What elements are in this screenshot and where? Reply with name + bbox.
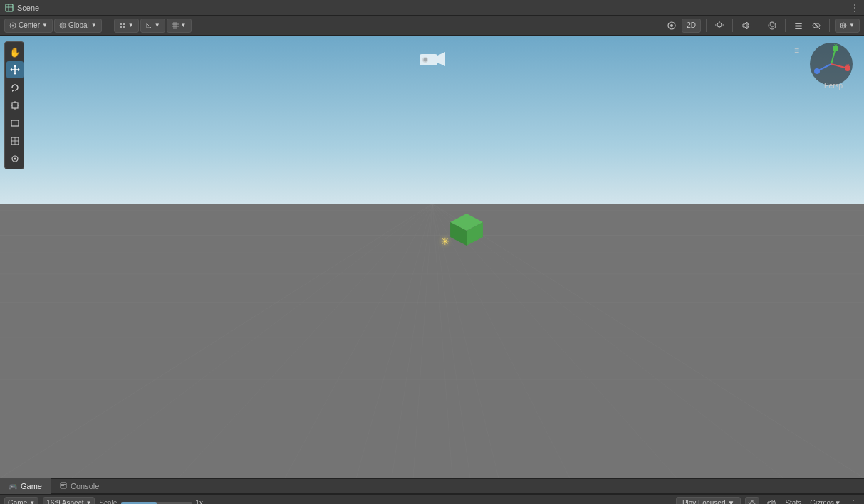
sep6 [829, 19, 830, 32]
game-mode-label: Game [8, 499, 27, 504]
svg-rect-11 [123, 26, 125, 28]
game-mode-arrow: ▼ [29, 500, 35, 504]
aspect-ratio-dropdown[interactable]: 16:9 Aspect ▼ [43, 497, 95, 505]
svg-marker-78 [437, 52, 445, 66]
view-options-btn[interactable]: ▼ [835, 19, 860, 33]
scale-slider-group: 1x [121, 499, 203, 504]
svg-marker-63 [10, 68, 12, 71]
snap-arrow: ▼ [128, 22, 134, 28]
svg-rect-0 [6, 4, 13, 11]
snap-group: ▼ ▼ ▼ [114, 19, 192, 33]
sep3 [732, 19, 733, 32]
game-tab[interactable]: 🎮 Game [0, 478, 51, 494]
2d-btn[interactable]: 2D [682, 19, 701, 33]
svg-point-76 [14, 158, 16, 160]
pivot-label: Center [19, 21, 40, 29]
play-focused-btn[interactable]: Play Focused ▼ [676, 497, 741, 505]
svg-point-24 [769, 22, 776, 29]
bottom-kebab-btn[interactable]: ⋮ [847, 497, 860, 505]
audio-btn[interactable] [738, 19, 754, 33]
scene-menu-icon[interactable]: ≡ [794, 46, 800, 56]
2d-label: 2D [687, 21, 696, 29]
global-label: Global [68, 21, 89, 29]
game-object-cube[interactable] [447, 210, 486, 251]
svg-point-17 [670, 24, 673, 27]
svg-line-100 [754, 503, 756, 504]
pivot-arrow: ▼ [42, 22, 48, 28]
gizmo-perspective-label: Persp [808, 82, 858, 90]
scene-viewport[interactable]: ✋ ≡ [0, 36, 864, 478]
svg-rect-10 [120, 26, 122, 28]
svg-marker-104 [768, 500, 772, 505]
svg-rect-9 [123, 23, 125, 25]
svg-rect-77 [420, 54, 437, 65]
scene-tab-icon [4, 3, 14, 13]
title-bar-menu-icon[interactable]: ⋮ [850, 2, 860, 14]
move-tool-btn[interactable] [6, 61, 24, 78]
svg-point-97 [750, 501, 754, 504]
light-toggle-btn[interactable] [712, 19, 727, 33]
svg-marker-65 [12, 90, 14, 92]
svg-line-99 [748, 503, 750, 504]
tools-panel: ✋ [4, 41, 24, 169]
scale-value-display: 1x [195, 499, 203, 504]
svg-rect-94 [61, 483, 66, 488]
layer-btn[interactable] [791, 19, 806, 33]
bottom-right-controls: Stats Gizmos ▼ ⋮ [764, 497, 860, 505]
view-opts-arrow: ▼ [849, 22, 855, 28]
svg-rect-34 [0, 204, 864, 478]
fx-btn[interactable] [764, 19, 780, 33]
scene-toolbar: Center ▼ Global ▼ ▼ ▼ ▼ 2D [0, 16, 864, 36]
pivot-center-btn[interactable]: Center ▼ [4, 19, 53, 33]
scale-fill [121, 502, 157, 505]
gizmos-arrow: ▼ [834, 499, 841, 504]
sep5 [785, 19, 786, 32]
game-tab-icon: 🎮 [9, 483, 17, 490]
svg-text:Y: Y [834, 43, 838, 48]
toolbar-right: 2D ▼ [664, 19, 860, 33]
svg-rect-25 [795, 23, 802, 24]
console-tab-label: Console [71, 482, 99, 490]
bottom-kebab-icon: ⋮ [850, 499, 857, 504]
visibility-btn[interactable] [808, 19, 824, 33]
snap-angle-btn[interactable]: ▼ [140, 19, 165, 33]
gizmos-btn[interactable]: Gizmos ▼ [807, 497, 844, 505]
mute-btn[interactable] [764, 497, 779, 505]
svg-rect-71 [11, 120, 19, 126]
svg-point-80 [423, 58, 427, 62]
svg-text:X: X [846, 63, 850, 68]
persp-btn[interactable] [664, 19, 680, 33]
directional-light-icon[interactable]: ✳ [441, 236, 449, 247]
game-tab-label: Game [21, 482, 42, 490]
svg-point-18 [717, 23, 722, 27]
svg-rect-8 [120, 23, 122, 25]
scale-track[interactable] [121, 502, 192, 505]
bottom-tab-bar: 🎮 Game Console [0, 478, 864, 494]
aspect-ratio-label: 16:9 Aspect [46, 499, 83, 504]
sep4 [759, 19, 759, 32]
grid-snap-btn[interactable]: ▼ [167, 19, 192, 33]
transform-tool-btn[interactable] [6, 132, 24, 149]
svg-text:Z: Z [815, 67, 818, 72]
bug-report-btn[interactable] [745, 497, 759, 505]
scene-title: Scene [17, 4, 39, 12]
svg-point-4 [12, 24, 14, 26]
global-local-btn[interactable]: Global ▼ [54, 19, 102, 33]
custom-tool-btn[interactable] [6, 150, 24, 167]
hand-tool-btn[interactable]: ✋ [6, 43, 24, 61]
stats-btn[interactable]: Stats [782, 497, 804, 505]
game-mode-dropdown[interactable]: Game ▼ [4, 497, 38, 505]
svg-marker-61 [14, 65, 16, 67]
ground-grid [0, 204, 864, 478]
stats-label: Stats [785, 499, 801, 504]
svg-marker-64 [18, 68, 20, 71]
snap-btn[interactable]: ▼ [114, 19, 139, 33]
scene-background [0, 36, 864, 478]
rotate-tool-btn[interactable] [6, 79, 24, 96]
snap-angle-arrow: ▼ [155, 22, 160, 28]
play-focused-arrow: ▼ [727, 499, 734, 504]
rect-tool-btn[interactable] [6, 115, 24, 132]
scale-tool-btn[interactable] [6, 97, 24, 114]
console-tab[interactable]: Console [51, 478, 108, 494]
scene-gizmo[interactable]: Y X Z Persp [808, 41, 858, 91]
